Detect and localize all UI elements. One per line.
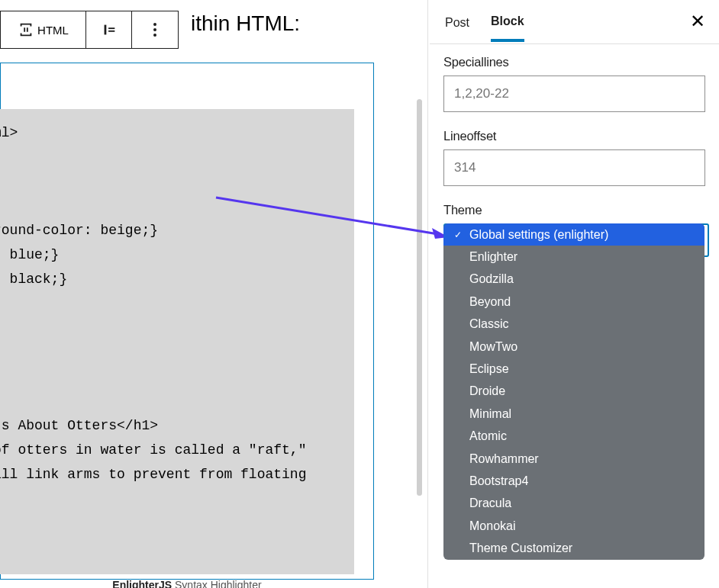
theme-option[interactable]: Theme Customizer — [443, 537, 704, 559]
theme-dropdown-menu: Global settings (enlighter) Enlighter Go… — [443, 223, 704, 560]
theme-option[interactable]: Monokai — [443, 515, 704, 537]
sidebar-divider — [427, 0, 428, 588]
theme-option[interactable]: Enlighter — [443, 246, 704, 268]
caption-text: Syntax Highlighter — [172, 579, 262, 588]
lineoffset-input[interactable] — [443, 149, 705, 186]
theme-option[interactable]: Droide — [443, 381, 704, 403]
speciallines-input[interactable] — [443, 76, 705, 112]
svg-rect-1 — [108, 27, 114, 29]
close-sidebar-button[interactable]: ✕ — [690, 11, 705, 32]
theme-option[interactable]: Eclipse — [443, 358, 704, 380]
annotation-arrow — [212, 194, 449, 240]
svg-rect-2 — [108, 31, 114, 32]
align-icon — [101, 21, 118, 38]
more-icon — [153, 23, 156, 37]
speciallines-label: Speciallines — [443, 55, 705, 69]
theme-option[interactable]: Bootstrap4 — [443, 470, 704, 492]
theme-label: Theme — [443, 203, 705, 217]
theme-option[interactable]: Classic — [443, 313, 704, 336]
html-icon — [18, 21, 34, 38]
theme-option[interactable]: Dracula — [443, 493, 704, 515]
editor-area: ithin HTML: HTML ml> round-color: beige;… — [0, 0, 427, 588]
heading-fragment: ithin HTML: — [191, 11, 300, 36]
theme-option[interactable]: Beyond — [443, 291, 704, 313]
theme-option[interactable]: Minimal — [443, 403, 704, 425]
more-options-button[interactable] — [132, 11, 178, 48]
theme-option[interactable]: Godzilla — [443, 268, 704, 291]
code-block-wrapper[interactable]: ml> round-color: beige;} : blue;} : blac… — [0, 63, 374, 580]
theme-option[interactable]: MowTwo — [443, 336, 704, 358]
svg-rect-0 — [104, 25, 106, 35]
block-settings-fields: Speciallines Lineoffset Theme Global set… — [430, 44, 719, 231]
settings-sidebar: Post Block ✕ Speciallines Lineoffset The… — [430, 0, 719, 588]
caption-brand: EnlighterJS — [112, 579, 172, 588]
code-block[interactable]: ml> round-color: beige;} : blue;} : blac… — [0, 109, 354, 574]
theme-option[interactable]: Rowhammer — [443, 448, 704, 470]
tab-block[interactable]: Block — [491, 2, 524, 42]
svg-line-3 — [216, 198, 438, 234]
scrollbar[interactable] — [417, 99, 422, 496]
theme-option[interactable]: Atomic — [443, 426, 704, 448]
block-type-label: HTML — [37, 24, 69, 37]
sidebar-tabs: Post Block ✕ — [430, 0, 719, 44]
code-caption: EnlighterJS Syntax Highlighter — [1, 579, 373, 588]
block-type-button[interactable]: HTML — [1, 11, 86, 48]
lineoffset-label: Lineoffset — [443, 129, 705, 143]
align-button[interactable] — [86, 11, 132, 48]
block-toolbar: HTML — [0, 11, 179, 49]
tab-post[interactable]: Post — [445, 4, 469, 40]
theme-option[interactable]: Global settings (enlighter) — [443, 223, 704, 246]
